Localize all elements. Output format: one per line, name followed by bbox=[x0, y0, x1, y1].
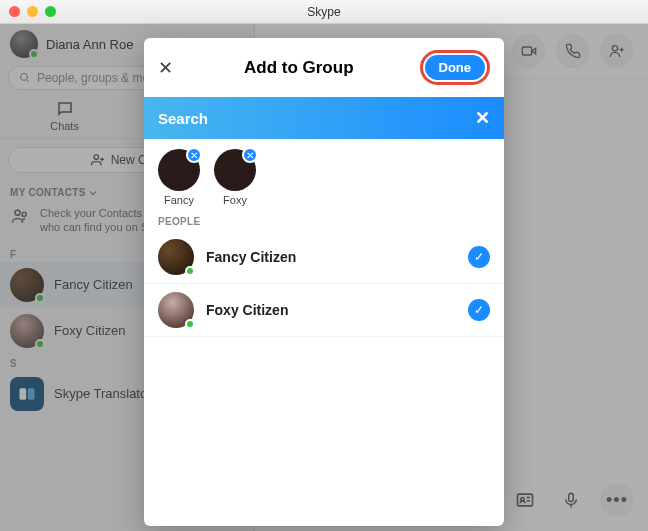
selected-chips: ✕ Fancy ✕ Foxy bbox=[144, 139, 504, 210]
person-name: Fancy Citizen bbox=[206, 249, 456, 265]
remove-chip-icon[interactable]: ✕ bbox=[186, 147, 202, 163]
chip-foxy[interactable]: ✕ Foxy bbox=[214, 149, 256, 206]
status-online-icon bbox=[185, 319, 195, 329]
people-header: PEOPLE bbox=[144, 210, 504, 231]
person-avatar bbox=[158, 239, 194, 275]
chip-avatar: ✕ bbox=[214, 149, 256, 191]
dialog-search-bar[interactable]: Search ✕ bbox=[144, 97, 504, 139]
done-button[interactable]: Done bbox=[425, 55, 486, 80]
person-row[interactable]: Fancy Citizen ✓ bbox=[144, 231, 504, 284]
modal-overlay: ✕ Add to Group Done Search ✕ ✕ Fancy ✕ F… bbox=[0, 24, 648, 531]
done-button-highlight: Done bbox=[420, 50, 491, 85]
chip-avatar: ✕ bbox=[158, 149, 200, 191]
window-title: Skype bbox=[0, 5, 648, 19]
chip-label: Foxy bbox=[223, 194, 247, 206]
titlebar: Skype bbox=[0, 0, 648, 24]
selected-check-icon[interactable]: ✓ bbox=[468, 246, 490, 268]
dialog-title: Add to Group bbox=[244, 58, 354, 78]
selected-check-icon[interactable]: ✓ bbox=[468, 299, 490, 321]
add-to-group-dialog: ✕ Add to Group Done Search ✕ ✕ Fancy ✕ F… bbox=[144, 38, 504, 526]
status-online-icon bbox=[185, 266, 195, 276]
person-avatar bbox=[158, 292, 194, 328]
close-dialog-button[interactable]: ✕ bbox=[158, 57, 178, 79]
clear-search-icon[interactable]: ✕ bbox=[475, 107, 490, 129]
chip-fancy[interactable]: ✕ Fancy bbox=[158, 149, 200, 206]
dialog-search-label: Search bbox=[158, 110, 208, 127]
dialog-header: ✕ Add to Group Done bbox=[144, 38, 504, 97]
person-row[interactable]: Foxy Citizen ✓ bbox=[144, 284, 504, 337]
person-name: Foxy Citizen bbox=[206, 302, 456, 318]
remove-chip-icon[interactable]: ✕ bbox=[242, 147, 258, 163]
chip-label: Fancy bbox=[164, 194, 194, 206]
